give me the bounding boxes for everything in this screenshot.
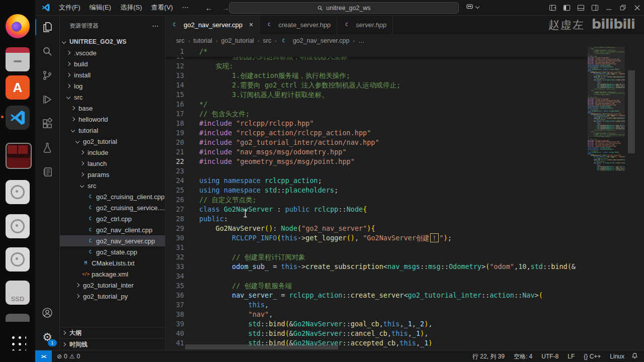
cursor-position[interactable]: 行 22, 列 39 <box>470 352 507 361</box>
ssd-drive-icon[interactable]: SSD <box>6 281 30 305</box>
nav-back-button[interactable]: ← <box>205 4 213 12</box>
command-center-search[interactable]: unitree_go2_ws <box>229 2 459 14</box>
item-label: base <box>78 105 93 112</box>
disk-1-icon[interactable] <box>6 180 30 204</box>
tab-go2_nav_server.cpp[interactable]: Cgo2_nav_server.cpp× <box>165 15 260 34</box>
vscode-icon[interactable] <box>6 106 30 130</box>
close-button[interactable] <box>630 0 644 15</box>
disk-3-icon[interactable] <box>6 247 30 272</box>
breadcrumb-item[interactable]: src <box>176 37 185 44</box>
breadcrumb-separator: › <box>275 38 277 44</box>
tree-file-package.xml[interactable]: </>package.xml <box>59 268 165 280</box>
breadcrumb-item[interactable]: go2_tutorial <box>221 37 254 44</box>
tree-folder-go2_tutorial[interactable]: go2_tutorial <box>59 136 165 147</box>
item-label: go2_cruising_service.... <box>96 204 165 212</box>
breadcrumb-item[interactable]: tutorial <box>193 37 212 44</box>
chevron-down-icon <box>475 4 479 8</box>
activitybar-account-icon[interactable] <box>35 301 59 325</box>
vertical-scrollbar[interactable] <box>628 70 635 153</box>
activitybar-testing-icon[interactable] <box>35 136 59 160</box>
nav-forward-button[interactable]: → <box>222 4 229 12</box>
tree-folder-src[interactable]: src <box>59 92 165 103</box>
outline-section[interactable]: 大纲 <box>59 327 165 338</box>
firefox-icon[interactable] <box>6 14 30 38</box>
tree-folder-.vscode[interactable]: .vscode <box>59 47 165 58</box>
drive-partial-icon[interactable] <box>6 314 30 322</box>
tab-close-icon[interactable]: × <box>249 21 253 29</box>
problems-button[interactable]: ⊘ 0 ⚠ 0 <box>57 353 80 360</box>
breadcrumb-file[interactable]: go2_nav_server.cpp <box>293 37 350 44</box>
chevron-right-icon <box>66 51 70 55</box>
horizontal-scrollbar[interactable] <box>185 344 338 349</box>
activitybar-explorer-icon[interactable] <box>35 15 59 39</box>
tree-file-go2_nav_client.cpp[interactable]: Cgo2_nav_client.cpp <box>59 224 165 235</box>
menu-view[interactable]: 查看(V) <box>146 4 177 11</box>
menu-selection[interactable]: 选择(S) <box>116 4 146 11</box>
tree-folder-base[interactable]: base <box>59 103 165 114</box>
breadcrumb-item[interactable]: src <box>263 37 272 44</box>
show-applications-icon[interactable] <box>6 330 30 354</box>
minimize-button[interactable] <box>602 0 616 15</box>
tab-server.hpp[interactable]: Cserver.hpp <box>337 15 393 34</box>
tree-folder-src[interactable]: src <box>59 180 165 191</box>
timeline-section[interactable]: 时间线 <box>59 338 165 350</box>
tree-file-CMakeLists.txt[interactable]: MCMakeLists.txt <box>59 257 165 268</box>
code-area[interactable]: 11 当机器人到达目标点，响应机器人坐标12 实现:13 1.创建action服… <box>165 47 588 350</box>
notifications-bell-icon[interactable] <box>631 352 638 360</box>
ubuntu-software-icon[interactable]: A <box>6 75 30 100</box>
tree-folder-params[interactable]: params <box>59 169 165 180</box>
tree-folder-helloworld[interactable]: helloworld <box>59 114 165 125</box>
menu-file[interactable]: 文件(F) <box>54 4 85 11</box>
tree-file-go2_ctrl.cpp[interactable]: Cgo2_ctrl.cpp <box>59 213 165 224</box>
remote-indicator-button[interactable]: >< <box>35 350 52 362</box>
file-manager-icon[interactable] <box>6 47 30 71</box>
activitybar-run-debug-icon[interactable] <box>35 87 59 112</box>
activitybar-search-icon[interactable] <box>35 39 59 63</box>
tree-file-go2_state.cpp[interactable]: Cgo2_state.cpp <box>59 246 165 257</box>
encoding[interactable]: UTF-8 <box>539 353 560 360</box>
toggle-panel-right-button[interactable] <box>588 0 602 15</box>
tree-folder-install[interactable]: install <box>59 69 165 80</box>
activitybar-notebook-icon[interactable] <box>35 160 59 184</box>
tree-folder-build[interactable]: build <box>59 58 165 69</box>
tab-create_server.hpp[interactable]: Ccreate_server.hpp <box>260 15 337 34</box>
sticky-scroll-line: 1/* <box>165 47 588 57</box>
line-number: 28 <box>165 214 188 224</box>
disk-2-icon[interactable] <box>6 214 30 238</box>
menu-edit[interactable]: 编辑(E) <box>85 4 116 11</box>
line-number: 15 <box>165 90 188 100</box>
tree-folder-go2_tutorial_py[interactable]: go2_tutorial_py <box>59 291 165 302</box>
menu-more[interactable]: ⋯ <box>178 4 193 11</box>
toggle-panel-left-button[interactable] <box>559 0 574 15</box>
toggle-panel-bottom-button[interactable] <box>574 0 588 15</box>
tree-folder-log[interactable]: log <box>59 80 165 92</box>
language-mode[interactable]: {} C++ <box>582 353 603 360</box>
tree-folder-launch[interactable]: launch <box>59 158 165 169</box>
copilot-button[interactable] <box>465 2 483 11</box>
restore-button[interactable] <box>616 0 630 15</box>
editor-pane[interactable]: Cgo2_nav_server.cpp×Ccreate_server.hppCs… <box>165 15 644 350</box>
line-number: 24 <box>165 176 188 186</box>
breadcrumb-symbol-tail[interactable]: … <box>358 37 365 44</box>
line-number: 29 <box>165 224 188 233</box>
explorer-root-item[interactable]: UNITREE_GO2_WS <box>59 36 165 47</box>
tree-folder-tutorial[interactable]: tutorial <box>59 125 165 136</box>
indentation[interactable]: 空格: 4 <box>512 352 534 361</box>
eol[interactable]: LF <box>566 353 577 360</box>
tree-folder-go2_tutorial_inter[interactable]: go2_tutorial_inter <box>59 280 165 291</box>
tree-folder-include[interactable]: include <box>59 147 165 158</box>
line-number: 14 <box>165 80 188 90</box>
explorer-more-actions-button[interactable]: ⋯ <box>152 22 159 30</box>
tree-file-go2_nav_server.cpp[interactable]: Cgo2_nav_server.cpp <box>59 235 165 246</box>
activitybar-settings-icon[interactable]: ⚙1 <box>35 325 59 349</box>
breadcrumb[interactable]: src›tutorial›go2_tutorial›src›Cgo2_nav_s… <box>165 34 644 47</box>
code-line-13: 13 1.创建action服务端，执行相关操作; <box>165 71 588 80</box>
customize-layout-button[interactable] <box>545 0 559 15</box>
tree-file-go2_cruising_service....[interactable]: Cgo2_cruising_service.... <box>59 202 165 213</box>
terminal-icon[interactable] <box>6 143 32 169</box>
os-indicator[interactable]: Linux <box>608 353 626 360</box>
activitybar-source-control-icon[interactable] <box>35 63 59 87</box>
tree-file-go2_cruising_client.cpp[interactable]: Cgo2_cruising_client.cpp <box>59 191 165 202</box>
minimap-slider[interactable] <box>588 47 625 137</box>
activitybar-extensions-icon[interactable] <box>35 112 59 136</box>
